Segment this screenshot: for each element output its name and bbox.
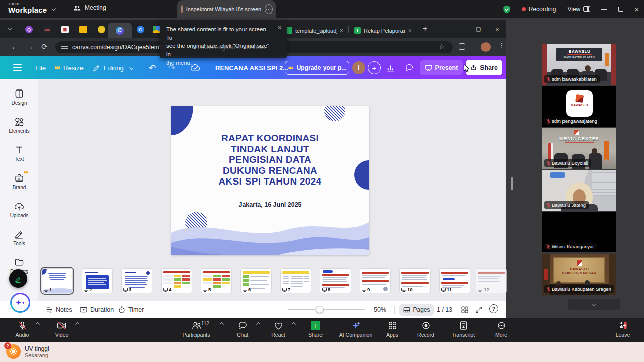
notes-button[interactable]: Notes [56, 306, 72, 313]
pages-view-button[interactable]: Pages [399, 304, 434, 316]
zoom-slider-handle[interactable] [316, 306, 324, 313]
browser-close-button[interactable]: × [495, 26, 499, 33]
slide-page-1[interactable]: RAPAT KOORDINASI TINDAK LANJUT PENGISIAN… [171, 106, 369, 255]
page-thumbnail-12[interactable]: 12 [476, 269, 507, 293]
video-tile-1[interactable]: BAWASLU KABUPATEN KLATEN sdm bawaskabkla… [542, 44, 616, 85]
sidebar-item-tools[interactable]: Tools [0, 229, 38, 246]
browser-minimize-button[interactable]: – [456, 26, 459, 33]
new-tab-button[interactable]: + [423, 24, 427, 33]
page-thumbnail-8[interactable]: 8 [320, 269, 351, 293]
upgrade-button[interactable]: Upgrade your p... [285, 61, 349, 75]
leave-button[interactable]: Leave [604, 320, 642, 338]
recording-indicator[interactable]: Recording [522, 6, 556, 13]
insights-chart-icon[interactable] [386, 63, 395, 72]
scrollbar-handle[interactable] [511, 177, 513, 190]
participants-button[interactable]: Participants [177, 320, 215, 338]
duration-button[interactable]: Duration [90, 306, 114, 313]
present-button[interactable]: Present [420, 60, 463, 75]
draw-annotate-button[interactable] [9, 269, 27, 288]
notification-close-icon[interactable]: ✕ [277, 24, 282, 32]
more-participants-button[interactable] [568, 299, 620, 310]
page-thumbnail-1[interactable]: 1 [42, 269, 72, 293]
sidebar-item-design[interactable]: Design [0, 88, 38, 106]
video-tile-3[interactable]: MEDIA CENTER Bawaslu Boyolali [542, 128, 616, 169]
more-button[interactable]: More [482, 320, 520, 338]
user-avatar[interactable]: I [352, 61, 365, 74]
chat-button[interactable]: Chat [223, 320, 262, 338]
video-tile-6[interactable]: BAWASLU KABUPATEN SRAGEN Bawaslu Kabupat… [542, 254, 616, 295]
apps-button[interactable]: Apps [373, 320, 412, 338]
record-button[interactable]: Record [407, 320, 445, 338]
audio-button[interactable]: Audio [3, 320, 41, 338]
transcript-button[interactable]: Transcript [444, 320, 482, 338]
sidebar-item-elements[interactable]: Elements [0, 117, 38, 134]
resize-menu[interactable]: Resize [63, 64, 84, 72]
page-thumbnail-5[interactable]: 5 [201, 269, 231, 293]
tab-meeting[interactable]: Meeting [73, 4, 106, 11]
page-thumbnail-2[interactable]: 2 [82, 269, 112, 293]
security-shield-icon[interactable] [503, 5, 511, 14]
page-thumbnail-9[interactable]: 9 [360, 269, 390, 293]
pinned-tab-5[interactable] [98, 26, 105, 33]
back-icon[interactable]: ← [11, 42, 19, 51]
forward-icon[interactable]: → [26, 42, 34, 51]
editing-mode-menu[interactable]: Editing [104, 64, 124, 72]
video-tile-4[interactable]: Bawaslu Jateng [542, 170, 616, 211]
bookmark-star-icon[interactable]: ☆ [439, 43, 445, 50]
editing-chevron-icon[interactable] [129, 66, 133, 70]
tab-template-upload[interactable]: template_upload_e × [282, 23, 347, 38]
tab-search-chevron-icon[interactable] [8, 26, 12, 30]
page-thumbnail-10[interactable]: 10 [400, 269, 430, 293]
tab-rekap-pelaporan[interactable]: Rekap Pelaporan G × [350, 23, 416, 38]
sidebar-item-brand[interactable]: co Brand [0, 173, 38, 190]
extensions-icon[interactable] [459, 43, 465, 50]
add-member-button[interactable]: + [368, 61, 381, 74]
window-maximize-button[interactable] [618, 7, 623, 12]
pinned-tab-1[interactable]: Q [25, 26, 33, 33]
pinned-tab-3[interactable]: ▦ [61, 26, 69, 33]
workspace-chevron-icon[interactable] [52, 7, 56, 11]
timer-button[interactable]: Timer [128, 306, 144, 313]
file-menu[interactable]: File [35, 64, 46, 72]
tab-shared-screen[interactable]: I Inspektorat Wilayah II's screen ··· [177, 0, 276, 18]
view-button[interactable]: View [567, 6, 590, 13]
weather-widget[interactable]: 2 UV tinggi Sekarang [6, 344, 49, 359]
video-button[interactable]: Video [43, 320, 81, 338]
site-settings-icon[interactable] [61, 45, 68, 50]
tab-close-icon[interactable]: × [408, 27, 412, 34]
ai-companion-button[interactable]: AI Companion [337, 320, 375, 338]
reload-icon[interactable]: ⟳ [41, 42, 48, 51]
page-thumbnail-4[interactable]: 4 [162, 269, 192, 293]
canva-assistant-button[interactable]: ✦✦ [10, 293, 30, 313]
react-button[interactable]: React [259, 320, 297, 338]
undo-icon[interactable]: ↶ [149, 63, 156, 73]
video-tile-5[interactable]: Wisnu Karanganyar [542, 212, 616, 252]
browser-maximize-button[interactable]: ▢ [476, 26, 481, 32]
window-minimize-button[interactable] [601, 9, 607, 10]
grid-view-icon[interactable] [461, 306, 469, 314]
pinned-tab-4[interactable] [79, 26, 87, 33]
video-tile-2[interactable]: BAWASLU sdm pengawasjateng [542, 86, 616, 127]
fullscreen-icon[interactable] [475, 306, 483, 314]
help-button[interactable]: ? [489, 304, 498, 313]
page-thumbnail-3[interactable]: 3 [122, 269, 152, 293]
share-screen-button[interactable]: ↑ Share [296, 320, 335, 338]
zoom-slider-track[interactable] [288, 309, 365, 310]
share-button[interactable]: Share [466, 60, 502, 75]
window-close-button[interactable]: × [634, 6, 639, 13]
tab-canva-active[interactable]: C [108, 23, 132, 38]
page-thumbnail-6[interactable]: 6 [241, 269, 271, 293]
tab-close-icon[interactable]: × [340, 27, 343, 34]
pinned-tab-2[interactable]: aqa [43, 26, 51, 33]
pinned-tab-drive[interactable] [153, 26, 160, 33]
browser-profile-avatar[interactable] [481, 42, 491, 52]
browser-menu-icon[interactable]: ⋮ [498, 42, 505, 49]
sidebar-item-uploads[interactable]: Uploads [0, 201, 38, 218]
page-thumbnail-11[interactable]: 11 [440, 269, 470, 293]
menu-icon[interactable] [13, 64, 22, 71]
sidebar-item-text[interactable]: Text [0, 145, 38, 162]
comment-icon[interactable] [405, 63, 414, 72]
tab-options-icon[interactable]: ··· [265, 4, 273, 14]
pinned-tab-6[interactable]: C [137, 26, 144, 33]
page-thumbnail-7[interactable]: 7 [281, 269, 311, 293]
